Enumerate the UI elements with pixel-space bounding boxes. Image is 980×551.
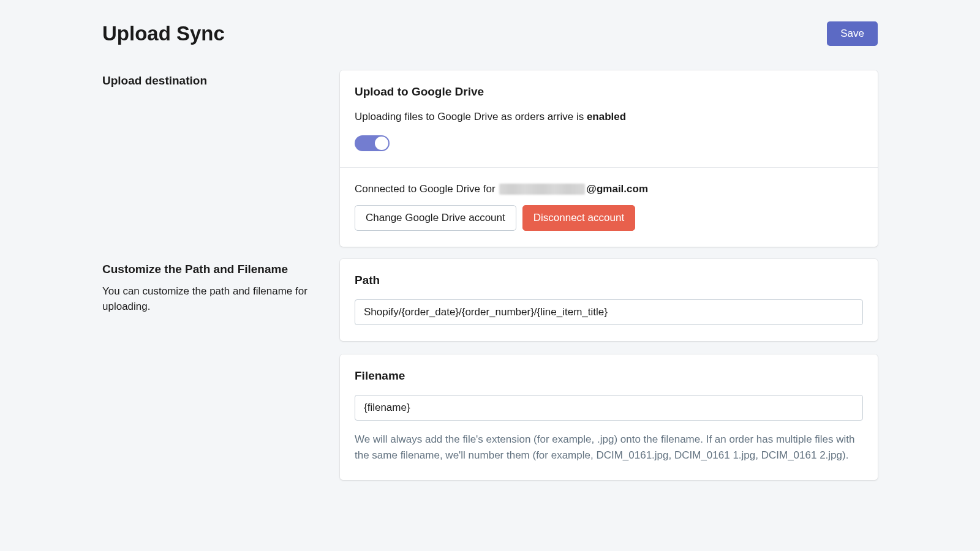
upload-destination-heading: Upload destination [102, 74, 322, 88]
connected-account-text: Connected to Google Drive for @gmail.com [355, 182, 863, 195]
upload-status-prefix: Uploading files to Google Drive as order… [355, 111, 587, 122]
upload-status-value: enabled [587, 111, 626, 122]
page-title: Upload Sync [102, 22, 225, 45]
customize-description: You can customize the path and filename … [102, 283, 322, 315]
upload-destination-left: Upload destination [102, 70, 340, 247]
upload-enabled-toggle[interactable] [355, 135, 390, 151]
customize-heading: Customize the Path and Filename [102, 263, 322, 276]
upload-card-title: Upload to Google Drive [355, 85, 863, 99]
connected-email-domain: @gmail.com [586, 183, 648, 195]
account-button-row: Change Google Drive account Disconnect a… [355, 205, 863, 231]
filename-helper-text: We will always add the file's extension … [355, 432, 863, 464]
upload-status-line: Uploading files to Google Drive as order… [355, 111, 863, 123]
customize-section: Customize the Path and Filename You can … [102, 259, 878, 480]
filename-card: Filename We will always add the file's e… [340, 354, 878, 480]
filename-title: Filename [355, 369, 863, 383]
path-input[interactable] [355, 299, 863, 325]
upload-toggle-section: Upload to Google Drive Uploading files t… [340, 70, 878, 167]
redacted-email-local [499, 184, 585, 195]
upload-destination-card: Upload to Google Drive Uploading files t… [340, 70, 878, 247]
toggle-knob-icon [375, 137, 388, 150]
change-account-button[interactable]: Change Google Drive account [355, 205, 516, 231]
filename-input[interactable] [355, 395, 863, 421]
page-header: Upload Sync Save [102, 21, 878, 46]
upload-destination-section: Upload destination Upload to Google Driv… [102, 70, 878, 247]
disconnect-account-button[interactable]: Disconnect account [522, 205, 635, 231]
save-button[interactable]: Save [827, 21, 878, 46]
connected-prefix: Connected to Google Drive for [355, 183, 498, 195]
path-card: Path [340, 259, 878, 341]
customize-left: Customize the Path and Filename You can … [102, 259, 340, 480]
path-title: Path [355, 274, 863, 287]
connected-account-section: Connected to Google Drive for @gmail.com… [340, 167, 878, 247]
